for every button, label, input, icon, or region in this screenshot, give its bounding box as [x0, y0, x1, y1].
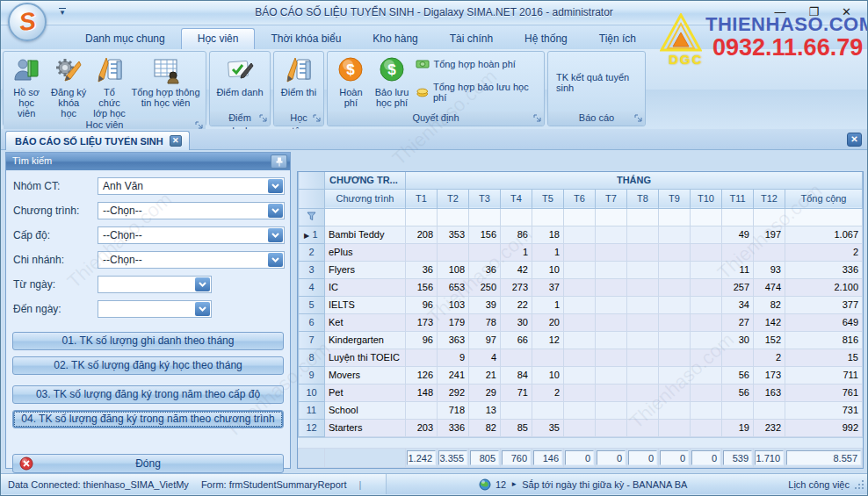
menu-tab-6[interactable]: Hệ thống	[509, 29, 583, 49]
cell-program-name[interactable]: IC	[325, 278, 406, 296]
cell-month-value[interactable]: 250	[469, 278, 501, 296]
cell-month-value[interactable]: 173	[754, 366, 785, 384]
cell-month-value[interactable]: 257	[722, 278, 754, 296]
cell-month-value[interactable]: 363	[438, 331, 469, 349]
tong-hop-bao-luu-button[interactable]: Tổng hợp bảo lưu học phí	[416, 82, 541, 103]
cell-month-value[interactable]: 203	[406, 419, 438, 436]
cell-month-value[interactable]: 96	[406, 296, 438, 313]
pin-button[interactable]	[271, 155, 287, 169]
dialog-launcher-icon[interactable]	[634, 114, 642, 122]
cell-month-value[interactable]	[722, 401, 754, 419]
cell-month-value[interactable]	[691, 313, 722, 331]
cell-month-value[interactable]: 86	[501, 226, 532, 243]
cell-month-value[interactable]	[532, 349, 564, 366]
cell-month-value[interactable]	[627, 331, 659, 349]
cell-month-value[interactable]: 22	[501, 296, 532, 313]
cell-month-value[interactable]: 71	[501, 384, 532, 401]
tong-hop-thong-tin-button[interactable]: Tổng hợp thông tin học viên	[128, 54, 203, 108]
cell-total-value[interactable]: 2.100	[785, 278, 863, 296]
cell-month-value[interactable]: 1	[532, 296, 564, 313]
cell-month-value[interactable]: 163	[754, 384, 785, 401]
cell-month-value[interactable]	[627, 296, 659, 313]
row-indicator[interactable]: 10	[299, 384, 325, 401]
cell-month-value[interactable]	[406, 401, 438, 419]
cell-month-value[interactable]: 4	[469, 349, 501, 366]
column-header-T9[interactable]: T9	[659, 189, 691, 208]
cell-month-value[interactable]: 20	[532, 313, 564, 331]
cell-month-value[interactable]	[596, 226, 627, 243]
cell-month-value[interactable]: 30	[501, 313, 532, 331]
column-header-T2[interactable]: T2	[438, 189, 469, 208]
cell-month-value[interactable]	[691, 366, 722, 384]
cell-month-value[interactable]	[564, 278, 596, 296]
cell-month-value[interactable]	[659, 278, 691, 296]
cell-month-value[interactable]: 2	[754, 349, 785, 366]
filter-row-indicator[interactable]	[299, 208, 325, 226]
cell-month-value[interactable]: 197	[754, 226, 785, 243]
cell-month-value[interactable]	[627, 349, 659, 366]
cell-month-value[interactable]	[691, 261, 722, 278]
menu-tab-5[interactable]: Tài chính	[434, 29, 509, 49]
cell-month-value[interactable]	[564, 226, 596, 243]
column-header-T5[interactable]: T5	[532, 189, 564, 208]
cell-total-value[interactable]: 711	[785, 366, 863, 384]
cell-program-name[interactable]: Luyện thi TOEIC	[325, 349, 406, 366]
cell-month-value[interactable]	[691, 419, 722, 436]
band-header-program[interactable]: CHƯƠNG TR...	[325, 172, 406, 189]
cell-total-value[interactable]: 731	[785, 401, 863, 419]
chevron-down-icon[interactable]	[268, 253, 283, 267]
cell-month-value[interactable]	[596, 313, 627, 331]
cell-month-value[interactable]: 9	[438, 349, 469, 366]
cell-month-value[interactable]: 103	[438, 296, 469, 313]
cell-month-value[interactable]	[564, 331, 596, 349]
cell-month-value[interactable]: 273	[501, 278, 532, 296]
chevron-down-icon[interactable]	[195, 277, 210, 291]
cell-month-value[interactable]: 36	[469, 261, 501, 278]
column-header-T10[interactable]: T10	[691, 189, 722, 208]
cell-month-value[interactable]: 108	[438, 261, 469, 278]
cell-month-value[interactable]: 56	[722, 366, 754, 384]
report-button-04[interactable]: 04. TK số lượng đăng ký trong năm theo c…	[12, 410, 284, 428]
cell-month-value[interactable]	[406, 243, 438, 261]
hoan-phi-button[interactable]: $ Hoàn phí	[330, 54, 372, 108]
cell-month-value[interactable]	[691, 226, 722, 243]
cell-month-value[interactable]	[596, 243, 627, 261]
cell-month-value[interactable]: 84	[501, 366, 532, 384]
column-header-T4[interactable]: T4	[501, 189, 532, 208]
cell-program-name[interactable]: Starters	[325, 419, 406, 436]
report-button-02[interactable]: 02. TK số lượng đăng ký học theo tháng	[12, 356, 284, 375]
dialog-launcher-icon[interactable]	[195, 121, 203, 129]
cell-total-value[interactable]: 761	[785, 384, 863, 401]
diem-thi-button[interactable]: Điểm thi	[277, 54, 321, 97]
cell-month-value[interactable]	[596, 331, 627, 349]
chevron-down-icon[interactable]	[268, 204, 283, 218]
cell-month-value[interactable]	[659, 261, 691, 278]
cell-month-value[interactable]	[564, 313, 596, 331]
cell-month-value[interactable]: 10	[532, 261, 564, 278]
filter-cell[interactable]	[785, 208, 863, 226]
cell-month-value[interactable]	[564, 366, 596, 384]
chevron-down-icon[interactable]	[268, 228, 283, 242]
cell-month-value[interactable]	[659, 296, 691, 313]
cell-month-value[interactable]: 37	[532, 278, 564, 296]
task-calendar-link[interactable]: Lịch công việc	[788, 479, 850, 490]
cell-month-value[interactable]	[596, 366, 627, 384]
cell-total-value[interactable]: 2	[785, 243, 863, 261]
row-indicator[interactable]: ▶1	[299, 226, 325, 243]
cell-month-value[interactable]: 11	[722, 261, 754, 278]
cell-month-value[interactable]	[564, 401, 596, 419]
tab-close-icon[interactable]: ✕	[170, 135, 182, 147]
cell-program-name[interactable]: Ket	[325, 313, 406, 331]
close-button[interactable]: ✕	[842, 6, 851, 18]
cell-month-value[interactable]	[659, 349, 691, 366]
dang-ky-khoa-hoc-button[interactable]: Đăng ký khóa học	[47, 54, 90, 119]
cell-month-value[interactable]: 93	[754, 261, 785, 278]
cell-total-value[interactable]: 816	[785, 331, 863, 349]
filter-cell[interactable]	[501, 208, 532, 226]
close-form-button[interactable]: Đóng	[12, 454, 284, 473]
cell-month-value[interactable]	[564, 261, 596, 278]
cell-program-name[interactable]: Flyers	[325, 261, 406, 278]
filter-cell[interactable]	[754, 208, 785, 226]
cell-month-value[interactable]: 29	[469, 384, 501, 401]
row-indicator[interactable]: 6	[299, 313, 325, 331]
